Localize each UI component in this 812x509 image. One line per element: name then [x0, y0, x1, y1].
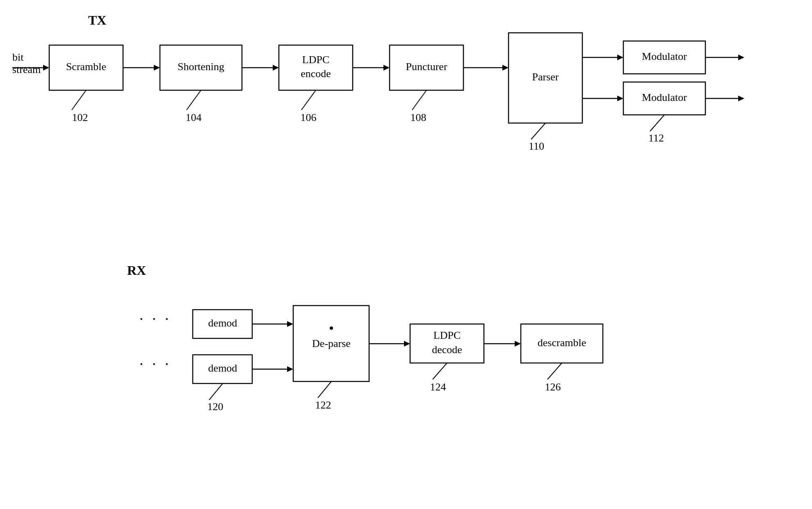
- svg-marker-18: [738, 55, 744, 60]
- svg-marker-13: [502, 65, 509, 71]
- ldpc-encode-label2: encode: [301, 68, 331, 80]
- svg-line-36: [547, 363, 562, 379]
- svg-marker-20: [617, 96, 623, 101]
- svg-marker-32: [404, 341, 410, 347]
- rx-title: RX: [127, 263, 146, 278]
- svg-marker-28: [287, 366, 293, 372]
- svg-line-26: [209, 383, 223, 400]
- demod-ref: 120: [208, 401, 224, 413]
- svg-line-21: [650, 115, 664, 131]
- parser-label: Parser: [532, 71, 559, 83]
- svg-marker-10: [383, 65, 390, 71]
- ldpc-decode-label2: decode: [432, 344, 462, 356]
- ldpc-decode-ref: 124: [430, 381, 446, 393]
- svg-marker-4: [154, 65, 160, 71]
- descramble-ref: 126: [545, 381, 561, 393]
- svg-marker-16: [617, 55, 623, 60]
- scramble-ref: 102: [72, 112, 88, 123]
- svg-line-8: [301, 90, 316, 110]
- svg-line-11: [412, 90, 427, 110]
- svg-line-30: [318, 381, 331, 398]
- shortening-ref: 104: [186, 112, 202, 123]
- descramble-label: descramble: [538, 337, 586, 349]
- svg-line-2: [72, 90, 86, 110]
- diagram-container: TX bit stream Scramble 102 Shortening 10…: [0, 0, 812, 509]
- ldpc-encode-label1: LDPC: [302, 54, 329, 66]
- deparse-label: De-parse: [312, 338, 351, 349]
- svg-marker-23: [738, 96, 744, 101]
- bit-stream-label: bit: [12, 51, 24, 63]
- svg-marker-7: [273, 65, 279, 71]
- bit-stream-label2: stream: [12, 64, 41, 75]
- svg-marker-25: [287, 321, 293, 327]
- puncturer-ref: 108: [411, 112, 427, 123]
- modulator2-label: Modulator: [642, 91, 687, 103]
- svg-point-29: [330, 326, 333, 330]
- tx-title: TX: [88, 13, 106, 27]
- shortening-label: Shortening: [178, 61, 224, 73]
- svg-line-5: [187, 90, 201, 110]
- scramble-label: Scramble: [66, 61, 106, 73]
- modulator-ref: 112: [648, 132, 664, 144]
- svg-marker-1: [43, 65, 49, 71]
- demod2-label: demod: [208, 362, 237, 374]
- parser-ref: 110: [529, 140, 544, 152]
- ldpc-encode-ref: 106: [301, 112, 317, 123]
- modulator1-label: Modulator: [642, 50, 687, 62]
- svg-line-33: [433, 363, 447, 379]
- ldpc-decode-label1: LDPC: [433, 329, 461, 341]
- rx-dots-bottom: · · ·: [139, 355, 171, 372]
- rx-dots-top: · · ·: [139, 310, 171, 327]
- puncturer-label: Puncturer: [406, 61, 447, 73]
- svg-line-14: [531, 123, 545, 139]
- svg-marker-35: [515, 341, 521, 347]
- deparse-ref: 122: [315, 399, 331, 411]
- demod1-label: demod: [208, 317, 237, 329]
